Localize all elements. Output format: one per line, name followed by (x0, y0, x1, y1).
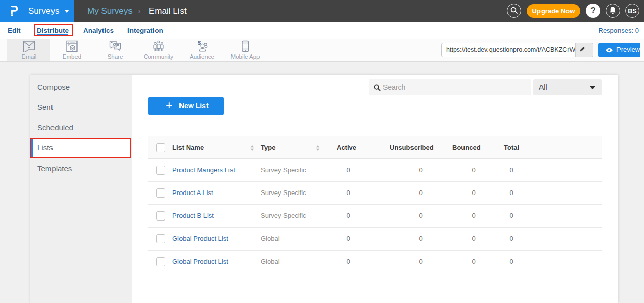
svg-text:$: $ (198, 40, 201, 46)
